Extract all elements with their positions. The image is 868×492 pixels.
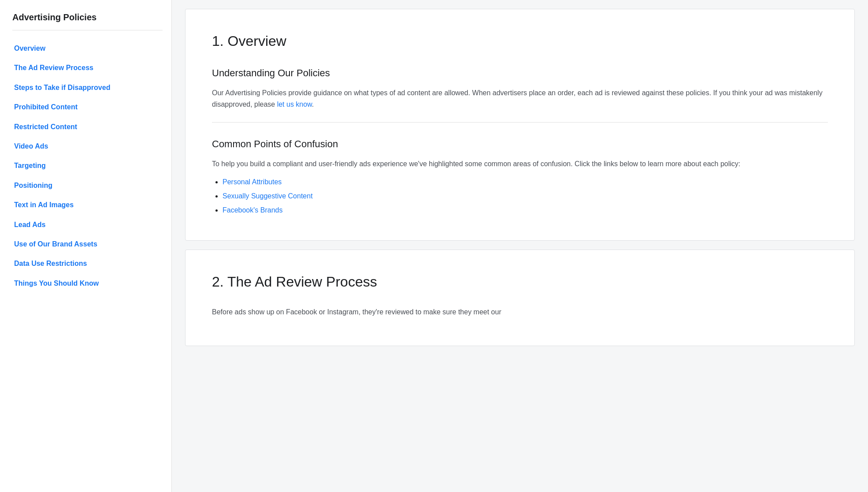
- sidebar-item-overview: Overview: [12, 39, 163, 58]
- sidebar-link-data-use-restrictions[interactable]: Data Use Restrictions: [12, 254, 163, 273]
- sidebar-link-text-in-ad-images[interactable]: Text in Ad Images: [12, 196, 163, 214]
- sidebar-link-use-of-brand-assets[interactable]: Use of Our Brand Assets: [12, 235, 163, 253]
- list-item-facebook-brands: Facebook's Brands: [223, 205, 828, 216]
- sidebar-item-prohibited-content: Prohibited Content: [12, 98, 163, 116]
- sidebar-link-video-ads[interactable]: Video Ads: [12, 137, 163, 156]
- subsection2-intro: To help you build a compliant and user-f…: [212, 158, 828, 170]
- sidebar-item-video-ads: Video Ads: [12, 137, 163, 156]
- sidebar-link-overview[interactable]: Overview: [12, 39, 163, 58]
- section-ad-review-card: 2. The Ad Review Process Before ads show…: [185, 250, 855, 347]
- sidebar-link-ad-review-process[interactable]: The Ad Review Process: [12, 59, 163, 77]
- section2-title: 2. The Ad Review Process: [212, 271, 828, 292]
- sidebar-title: Advertising Policies: [12, 11, 163, 30]
- sidebar-link-prohibited-content[interactable]: Prohibited Content: [12, 98, 163, 116]
- sidebar-item-restricted-content: Restricted Content: [12, 118, 163, 136]
- list-item-personal-attributes: Personal Attributes: [223, 177, 828, 187]
- sidebar-nav: OverviewThe Ad Review ProcessSteps to Ta…: [12, 39, 163, 293]
- subsection2-heading: Common Points of Confusion: [212, 137, 828, 151]
- list-item-sexually-suggestive: Sexually Suggestive Content: [223, 191, 828, 201]
- sidebar-item-steps-disapproved: Steps to Take if Disapproved: [12, 78, 163, 97]
- sidebar-item-text-in-ad-images: Text in Ad Images: [12, 196, 163, 214]
- confusion-list: Personal Attributes Sexually Suggestive …: [212, 177, 828, 216]
- sidebar-item-targeting: Targeting: [12, 157, 163, 175]
- sidebar-link-steps-disapproved[interactable]: Steps to Take if Disapproved: [12, 78, 163, 97]
- sidebar: Advertising Policies OverviewThe Ad Revi…: [0, 0, 172, 492]
- sidebar-link-restricted-content[interactable]: Restricted Content: [12, 118, 163, 136]
- sidebar-item-positioning: Positioning: [12, 176, 163, 195]
- personal-attributes-link[interactable]: Personal Attributes: [223, 178, 282, 186]
- sexually-suggestive-link[interactable]: Sexually Suggestive Content: [223, 192, 313, 200]
- section2-body: Before ads show up on Facebook or Instag…: [212, 306, 828, 318]
- sidebar-link-lead-ads[interactable]: Lead Ads: [12, 216, 163, 234]
- sidebar-item-ad-review-process: The Ad Review Process: [12, 59, 163, 77]
- section-divider: [212, 122, 828, 123]
- subsection1-body-after-link: .: [312, 101, 314, 108]
- page-container: Advertising Policies OverviewThe Ad Revi…: [0, 0, 868, 492]
- sidebar-item-lead-ads: Lead Ads: [12, 216, 163, 234]
- facebook-brands-link[interactable]: Facebook's Brands: [223, 206, 282, 214]
- sidebar-item-data-use-restrictions: Data Use Restrictions: [12, 254, 163, 273]
- main-content: 1. Overview Understanding Our Policies O…: [172, 0, 868, 492]
- sidebar-item-use-of-brand-assets: Use of Our Brand Assets: [12, 235, 163, 253]
- sidebar-link-things-you-should-know[interactable]: Things You Should Know: [12, 274, 163, 293]
- subsection1-body: Our Advertising Policies provide guidanc…: [212, 87, 828, 110]
- let-us-know-link[interactable]: let us know: [277, 101, 312, 108]
- section-overview-card: 1. Overview Understanding Our Policies O…: [185, 9, 855, 241]
- section1-title: 1. Overview: [212, 30, 828, 52]
- subsection1-heading: Understanding Our Policies: [212, 66, 828, 80]
- sidebar-link-positioning[interactable]: Positioning: [12, 176, 163, 195]
- sidebar-link-targeting[interactable]: Targeting: [12, 157, 163, 175]
- sidebar-item-things-you-should-know: Things You Should Know: [12, 274, 163, 293]
